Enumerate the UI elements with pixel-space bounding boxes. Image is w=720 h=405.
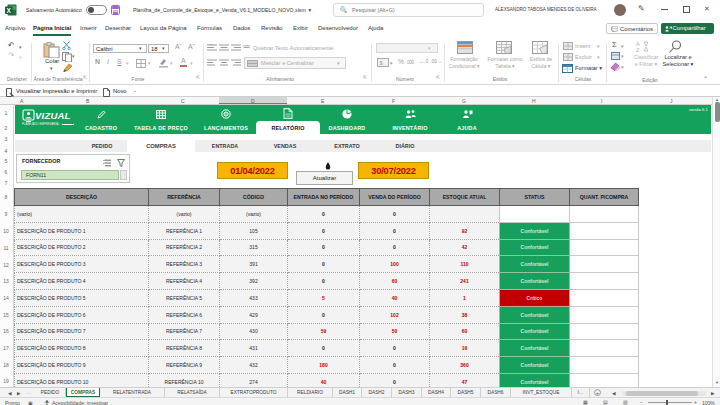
svg-text:X: X (7, 6, 12, 13)
